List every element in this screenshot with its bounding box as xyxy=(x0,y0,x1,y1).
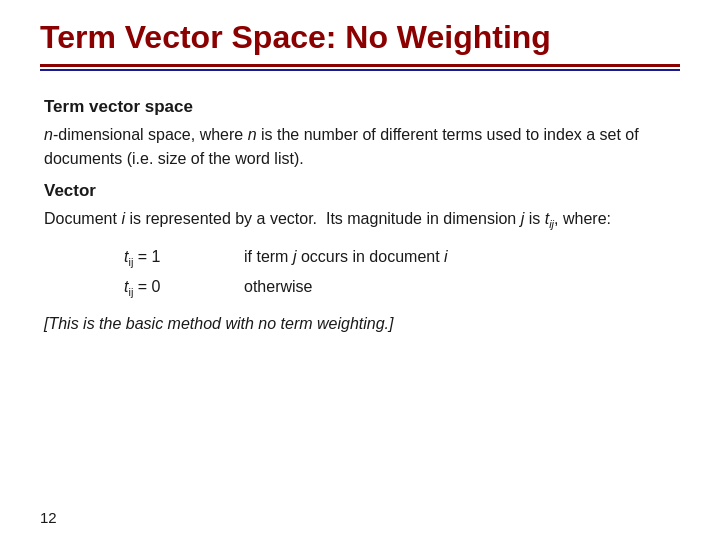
formula-rhs-1: if term j occurs in document i xyxy=(244,243,448,272)
term-vector-space-description: n-dimensional space, where n is the numb… xyxy=(44,123,676,171)
formula-block: tij = 1 if term j occurs in document i t… xyxy=(124,243,676,303)
formula-row-1: tij = 1 if term j occurs in document i xyxy=(124,243,676,273)
formula-row-2: tij = 0 otherwise xyxy=(124,273,676,303)
formula-rhs-2: otherwise xyxy=(244,273,312,302)
content-area: Term vector space n-dimensional space, w… xyxy=(0,71,720,343)
slide-number: 12 xyxy=(40,509,57,526)
formula-lhs-1: tij = 1 xyxy=(124,243,204,273)
vector-heading: Vector xyxy=(44,181,676,201)
slide-container: Term Vector Space: No Weighting Term vec… xyxy=(0,0,720,540)
formula-lhs-2: tij = 0 xyxy=(124,273,204,303)
title-area: Term Vector Space: No Weighting xyxy=(0,0,720,64)
slide-title: Term Vector Space: No Weighting xyxy=(40,18,680,56)
term-vector-space-heading: Term vector space xyxy=(44,97,676,117)
italic-note: [This is the basic method with no term w… xyxy=(44,315,676,333)
vector-description: Document i is represented by a vector. I… xyxy=(44,207,676,233)
divider-top xyxy=(40,64,680,67)
